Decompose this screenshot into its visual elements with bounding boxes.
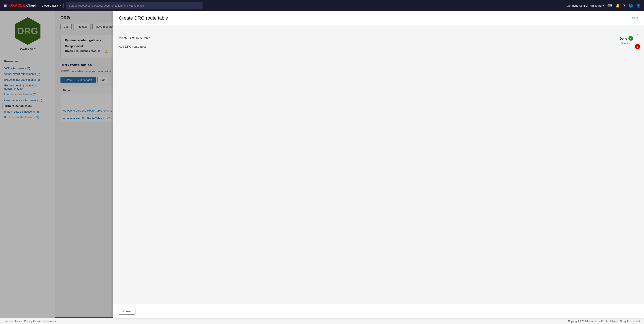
oracle-text: ORACLE [9, 3, 25, 7]
modal-panel: Create DRG route table Help Create DRG r… [113, 11, 644, 318]
workflow-step-1: Create DRG route table [119, 34, 150, 42]
modal-header: Create DRG route table Help [113, 11, 644, 25]
modal-overlay: Create DRG route table Help Create DRG r… [0, 11, 644, 318]
oracle-logo: ORACLE Cloud [9, 3, 36, 7]
workflow-labels: Create DRG route table Add DRG route rul… [119, 34, 150, 51]
region-selector[interactable]: Germany Central (Frankfurt) ▾ [567, 4, 604, 7]
footer: Terms of Use and Privacy Cookie Preferen… [0, 318, 644, 324]
workflow-step-2: Add DRG route rules [119, 42, 150, 51]
terminal-icon[interactable]: ⌨ [607, 3, 612, 8]
workflow-container: Create DRG route table Add DRG route rul… [119, 31, 638, 53]
top-navigation: ☰ ORACLE Cloud Cloud Classic > Germany C… [0, 0, 644, 11]
modal-help-link[interactable]: Help [632, 16, 638, 20]
modal-footer: Close [113, 304, 644, 318]
globe-icon[interactable]: 🌐 [629, 3, 633, 8]
help-icon[interactable]: ? [623, 3, 625, 7]
check-circle-icon: ✓ [628, 36, 633, 41]
modal-body: Create DRG route table Add DRG route rul… [113, 25, 644, 304]
region-label: Germany Central (Frankfurt) [567, 4, 602, 7]
cloud-text: Cloud [26, 3, 36, 7]
step-1-label: Create DRG route table [119, 36, 150, 40]
nav-right-area: Germany Central (Frankfurt) ▾ ⌨ 🔔 ? 🌐 👤 [567, 3, 640, 8]
search-input[interactable] [66, 2, 202, 9]
status-box: Done ✓ Waiting 1 [614, 34, 638, 47]
footer-right: Copyright © 2024, Oracle and/or its affi… [568, 320, 640, 323]
chevron-down-icon: ▾ [602, 4, 604, 7]
status-done-row: Done ✓ [620, 36, 633, 41]
badge-number: 1 [635, 44, 640, 49]
done-label: Done [620, 37, 627, 40]
close-button[interactable]: Close [119, 308, 136, 315]
workflow-steps: Create DRG route table Add DRG route rul… [119, 31, 638, 53]
modal-title: Create DRG route table [119, 15, 168, 21]
footer-left: Terms of Use and Privacy Cookie Preferen… [4, 320, 56, 323]
cloud-classic-button[interactable]: Cloud Classic > [39, 3, 64, 8]
step-2-label: Add DRG route rules [119, 45, 146, 48]
bell-icon[interactable]: 🔔 [616, 3, 620, 8]
user-icon[interactable]: 👤 [636, 3, 640, 8]
status-waiting: Waiting [622, 41, 631, 45]
hamburger-menu-icon[interactable]: ☰ [4, 3, 7, 8]
